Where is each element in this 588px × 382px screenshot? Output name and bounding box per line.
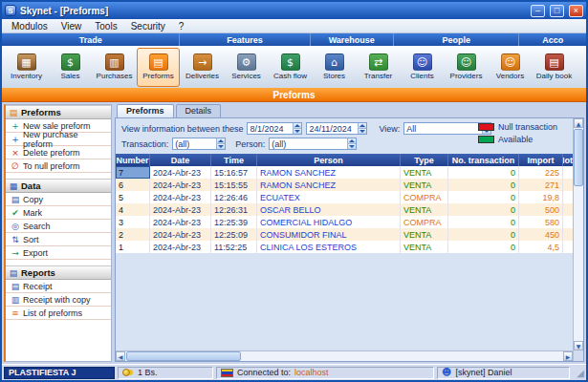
date-to-input[interactable]: 24/11/2024 bbox=[306, 122, 367, 135]
window-title: Skynet - [Preforms] bbox=[20, 6, 526, 16]
resize-grip[interactable]: ◢ bbox=[573, 368, 584, 378]
scroll-track[interactable] bbox=[242, 351, 563, 361]
toolbar-label: Vendors bbox=[496, 72, 524, 80]
sidebar-item-mark[interactable]: ✔ Mark bbox=[6, 206, 111, 220]
sidebar-item-new-purchase-preform[interactable]: + New purchase preform bbox=[6, 133, 111, 146]
sidebar-item-receipt[interactable]: ▤ Receipt bbox=[6, 280, 111, 293]
minimize-button[interactable]: – bbox=[531, 5, 545, 17]
table-row[interactable]: 4 2024-Abr-23 12:26:31 OSCAR BELLO VENTA… bbox=[116, 203, 573, 216]
legend-label: Null transaction bbox=[498, 122, 557, 132]
menu-tools[interactable]: Tools bbox=[88, 21, 123, 32]
cell-number: 5 bbox=[116, 191, 150, 203]
providers-icon: ☺ bbox=[457, 53, 476, 71]
tab-preforms[interactable]: Preforms bbox=[117, 104, 174, 117]
scroll-track[interactable] bbox=[574, 187, 583, 341]
sidebar-item-delete-preform[interactable]: × Delete preform bbox=[6, 146, 111, 159]
header-person[interactable]: Person bbox=[257, 154, 401, 166]
menu-modulos[interactable]: Modulos bbox=[5, 21, 54, 32]
close-button[interactable]: × bbox=[569, 5, 583, 17]
legend-label: Available bbox=[498, 135, 533, 144]
header-date[interactable]: Date bbox=[150, 154, 211, 166]
toolbar-item-clients[interactable]: ☺ Clients bbox=[401, 48, 444, 87]
menu-view[interactable]: View bbox=[54, 21, 89, 32]
maximize-button[interactable]: □ bbox=[550, 5, 564, 17]
category-trade[interactable]: Trade bbox=[2, 33, 180, 46]
toolbar-item-deliveries[interactable]: → Deliveries bbox=[181, 48, 224, 87]
toolbar-item-services[interactable]: ⚙ Services bbox=[225, 48, 268, 87]
horizontal-scrollbar[interactable]: ◀ ▶ bbox=[116, 350, 573, 361]
sidebar-item-to-null-preform[interactable]: ∅ To null preform bbox=[6, 159, 111, 173]
header-time[interactable]: Time bbox=[211, 154, 257, 166]
scroll-down-arrow[interactable]: ▼ bbox=[574, 341, 583, 350]
date-from-spinner[interactable] bbox=[293, 123, 301, 134]
sidebar: ▤ Preforms + New sale preform + New purc… bbox=[4, 104, 112, 362]
toolbar-item-daily-book[interactable]: ▤ Daily book bbox=[533, 48, 576, 87]
sidebar-item-copy[interactable]: ▤ Copy bbox=[6, 193, 111, 206]
date-to-spinner[interactable] bbox=[358, 123, 366, 134]
toolbar-label: Cash flow bbox=[273, 72, 307, 80]
category-accounting[interactable]: Acco bbox=[519, 33, 586, 46]
person-select[interactable]: (all) bbox=[269, 138, 357, 150]
toolbar-item-sales[interactable]: $ Sales bbox=[49, 48, 92, 87]
table-row[interactable]: 2 2024-Abr-23 12:25:09 CONSUMIDOR FINAL … bbox=[116, 228, 573, 241]
category-people[interactable]: People bbox=[394, 33, 519, 46]
table-row[interactable]: 7 2024-Abr-23 15:16:57 RAMON SANCHEZ VEN… bbox=[116, 166, 573, 179]
scroll-right-arrow[interactable]: ▶ bbox=[563, 351, 573, 361]
toolbar-item-inventory[interactable]: ▦ Inventory bbox=[5, 48, 48, 87]
header-number[interactable]: Number bbox=[116, 154, 150, 166]
cell-import: 271 bbox=[519, 179, 563, 191]
main-area: Preforms Details View information betwee… bbox=[115, 104, 584, 362]
date-from-input[interactable]: 8/1/2024 bbox=[247, 122, 302, 135]
menu-help[interactable]: ? bbox=[172, 21, 191, 32]
currency-status: 1 Bs. bbox=[118, 367, 213, 379]
sidebar-item-sort[interactable]: ⇅ Sort bbox=[6, 233, 111, 246]
horizontal-scroll-thumb[interactable] bbox=[126, 351, 241, 361]
transaction-spinner[interactable] bbox=[216, 138, 225, 149]
cell-type: COMPRA bbox=[401, 191, 448, 203]
toolbar-item-stores[interactable]: ⌂ Stores bbox=[313, 48, 356, 87]
toolbar-item-transfer[interactable]: ⇄ Transfer bbox=[357, 48, 400, 87]
transaction-select[interactable]: (all) bbox=[172, 138, 226, 150]
scroll-up-arrow[interactable]: ▲ bbox=[574, 118, 583, 128]
toolbar-item-vendors[interactable]: ☺ Vendors bbox=[489, 48, 532, 87]
sidebar-item-export[interactable]: → Export bbox=[6, 246, 111, 260]
table-row[interactable]: 6 2024-Abr-23 15:15:55 RAMON SANCHEZ VEN… bbox=[116, 179, 573, 191]
cell-import: 4,5 bbox=[519, 241, 563, 253]
header-note[interactable]: Note bbox=[563, 154, 573, 166]
menu-security[interactable]: Security bbox=[124, 21, 172, 32]
to-null-preform-icon: ∅ bbox=[11, 161, 20, 171]
user-value: [skynet] Daniel bbox=[455, 368, 512, 377]
sidebar-item-list-of-preforms[interactable]: ≡ List of preforms bbox=[6, 307, 111, 320]
sidebar-section-reports: ▤ Reports bbox=[6, 265, 111, 280]
connected-host: localhost bbox=[294, 368, 329, 377]
category-warehouse[interactable]: Warehouse bbox=[311, 33, 394, 46]
vertical-scrollbar[interactable]: ▲ ▼ bbox=[573, 118, 583, 361]
table-row[interactable]: 3 2024-Abr-23 12:25:39 COMERCIAL HIDALGO… bbox=[116, 216, 573, 228]
cell-date: 2024-Abr-23 bbox=[150, 203, 211, 216]
app-icon: S bbox=[5, 5, 16, 16]
sidebar-section-title: Reports bbox=[21, 267, 55, 278]
toolbar-item-cash-flow[interactable]: $ Cash flow bbox=[269, 48, 312, 87]
cell-time: 15:16:57 bbox=[211, 166, 257, 179]
vertical-scroll-thumb[interactable] bbox=[574, 129, 583, 186]
toolbar-item-preforms[interactable]: ▤ Preforms bbox=[137, 48, 180, 87]
preforms-section-icon: ▤ bbox=[9, 108, 18, 117]
table-row[interactable]: 5 2024-Abr-23 12:26:46 ECUATEX COMPRA 0 … bbox=[116, 191, 573, 203]
person-spinner[interactable] bbox=[347, 138, 356, 149]
tab-details[interactable]: Details bbox=[176, 104, 222, 117]
header-type[interactable]: Type bbox=[401, 154, 448, 166]
table-row[interactable]: 1 2024-Abr-23 11:52:25 CLINICA LOS ESTER… bbox=[116, 241, 573, 253]
toolbar-item-purchases[interactable]: ▥ Purchases bbox=[93, 48, 136, 87]
header-no-transaction[interactable]: No. transaction bbox=[448, 154, 519, 166]
clients-icon: ☺ bbox=[413, 53, 432, 71]
toolbar-item-providers[interactable]: ☺ Providers bbox=[445, 48, 488, 87]
sidebar-item-search[interactable]: ◎ Search bbox=[6, 220, 111, 233]
toolbar-label: Deliveries bbox=[185, 72, 219, 80]
cell-time: 12:25:09 bbox=[211, 228, 257, 241]
cell-number: 7 bbox=[116, 166, 150, 179]
scroll-left-arrow[interactable]: ◀ bbox=[116, 351, 125, 361]
sidebar-item-receipt-with-copy[interactable]: ▥ Receipt with copy bbox=[6, 293, 111, 307]
category-features[interactable]: Features bbox=[180, 33, 310, 46]
header-import[interactable]: Import bbox=[519, 154, 563, 166]
cell-note bbox=[563, 166, 573, 179]
